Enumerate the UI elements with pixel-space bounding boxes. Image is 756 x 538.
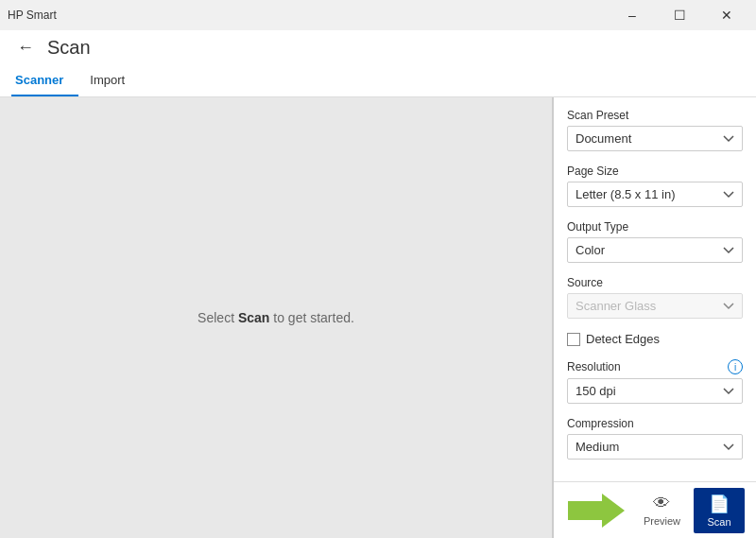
settings-panel: Scan Preset Document Photo Custom Page S… bbox=[553, 97, 756, 538]
resolution-label-row: Resolution i bbox=[567, 359, 743, 374]
title-bar-app-name: HP Smart bbox=[8, 9, 57, 22]
back-button[interactable]: ← bbox=[11, 36, 40, 60]
main-content: Select Scan to get started. Scan Preset … bbox=[0, 97, 756, 538]
svg-marker-0 bbox=[568, 494, 625, 528]
page-size-select[interactable]: Letter (8.5 x 11 in) A4 Legal bbox=[567, 182, 743, 207]
source-select[interactable]: Scanner Glass Automatic Document Feeder bbox=[567, 293, 743, 319]
output-type-label: Output Type bbox=[567, 220, 743, 234]
tab-import[interactable]: Import bbox=[86, 65, 140, 96]
scan-preset-label: Scan Preset bbox=[567, 109, 743, 122]
resolution-label: Resolution bbox=[567, 360, 621, 373]
minimize-button[interactable]: – bbox=[610, 0, 654, 30]
detect-edges-label[interactable]: Detect Edges bbox=[586, 332, 660, 346]
tab-bar: Scanner Import bbox=[0, 65, 756, 97]
compression-label: Compression bbox=[567, 417, 743, 430]
bottom-actions: 👁 Preview 📄 Scan bbox=[568, 488, 745, 533]
scan-button[interactable]: 📄 Scan bbox=[694, 488, 745, 533]
output-type-group: Output Type Color Grayscale Black & Whit… bbox=[567, 220, 743, 263]
app-header: ← Scan bbox=[0, 30, 756, 65]
resolution-group: Resolution i 75 dpi 100 dpi 150 dpi 200 … bbox=[567, 359, 743, 404]
preview-panel: Select Scan to get started. bbox=[0, 97, 553, 538]
detect-edges-row: Detect Edges bbox=[567, 332, 743, 346]
title-bar: HP Smart – ☐ ✕ bbox=[0, 0, 756, 30]
green-arrow-icon bbox=[568, 494, 625, 528]
scan-preset-select[interactable]: Document Photo Custom bbox=[567, 126, 743, 151]
preview-label: Preview bbox=[644, 515, 680, 527]
bottom-bar: 👁 Preview 📄 Scan bbox=[554, 481, 756, 538]
source-label: Source bbox=[567, 276, 743, 289]
detect-edges-checkbox[interactable] bbox=[567, 333, 580, 346]
preview-prompt: Select Scan to get started. bbox=[198, 310, 354, 325]
scan-label: Scan bbox=[707, 516, 730, 528]
page-size-group: Page Size Letter (8.5 x 11 in) A4 Legal bbox=[567, 165, 743, 207]
page-size-label: Page Size bbox=[567, 165, 743, 178]
preview-icon: 👁 bbox=[653, 494, 670, 513]
scan-preset-group: Scan Preset Document Photo Custom bbox=[567, 109, 743, 151]
resolution-select[interactable]: 75 dpi 100 dpi 150 dpi 200 dpi 300 dpi 6… bbox=[567, 378, 743, 404]
tab-scanner[interactable]: Scanner bbox=[11, 65, 78, 96]
source-group: Source Scanner Glass Automatic Document … bbox=[567, 276, 743, 319]
settings-content: Scan Preset Document Photo Custom Page S… bbox=[554, 97, 756, 481]
scan-icon: 📄 bbox=[709, 494, 730, 514]
title-bar-controls: – ☐ ✕ bbox=[610, 0, 748, 30]
output-type-select[interactable]: Color Grayscale Black & White bbox=[567, 237, 743, 263]
compression-group: Compression None Low Medium High bbox=[567, 417, 743, 460]
prompt-bold: Scan bbox=[238, 310, 269, 325]
maximize-button[interactable]: ☐ bbox=[658, 0, 701, 30]
prompt-text: Select Scan to get started. bbox=[198, 310, 354, 325]
preview-button[interactable]: 👁 Preview bbox=[634, 488, 690, 532]
page-title: Scan bbox=[47, 37, 91, 59]
compression-select[interactable]: None Low Medium High bbox=[567, 434, 743, 460]
app-name-label: HP Smart bbox=[8, 9, 57, 22]
close-button[interactable]: ✕ bbox=[705, 0, 748, 30]
resolution-info-icon[interactable]: i bbox=[728, 359, 743, 374]
